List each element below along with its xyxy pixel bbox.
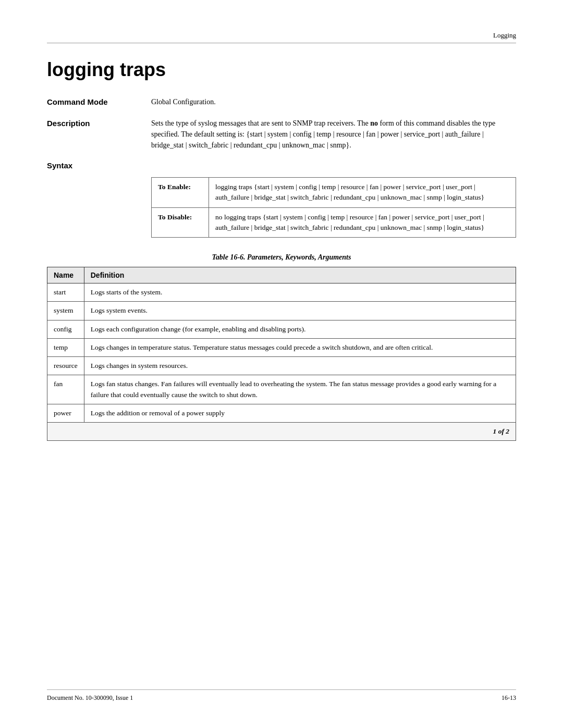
header: Logging <box>47 31 516 43</box>
pagination-row: 1 of 2 <box>47 423 516 441</box>
syntax-section: Syntax To Enable: logging traps {start |… <box>47 161 516 238</box>
param-definition: Logs fan status changes. Fan failures wi… <box>84 375 516 404</box>
enable-value: logging traps {start | system | config |… <box>209 178 516 208</box>
page-title: logging traps <box>47 59 516 81</box>
table-header-row: Name Definition <box>47 267 516 283</box>
param-name: resource <box>47 357 84 375</box>
param-definition: Logs the addition or removal of a power … <box>84 404 516 422</box>
table-row: resourceLogs changes in system resources… <box>47 357 516 375</box>
enable-row: To Enable: logging traps {start | system… <box>152 178 516 208</box>
param-name: start <box>47 283 84 302</box>
description-content: Sets the type of syslog messages that ar… <box>151 118 516 151</box>
disable-label: To Disable: <box>152 207 209 238</box>
syntax-label: Syntax <box>47 161 516 170</box>
param-name: system <box>47 302 84 320</box>
description-section: Description Sets the type of syslog mess… <box>47 118 516 151</box>
table-caption: Table 16-6. Parameters, Keywords, Argume… <box>47 253 516 262</box>
param-name: temp <box>47 338 84 356</box>
param-definition: Logs each configuration change (for exam… <box>84 320 516 338</box>
header-label: Logging <box>493 31 516 40</box>
command-mode-value: Global Configuration. <box>151 96 516 107</box>
footer-left: Document No. 10-300090, Issue 1 <box>47 694 133 702</box>
param-definition: Logs starts of the system. <box>84 283 516 302</box>
param-definition: Logs system events. <box>84 302 516 320</box>
syntax-table: To Enable: logging traps {start | system… <box>151 177 516 238</box>
footer: Document No. 10-300090, Issue 1 16-13 <box>47 689 516 702</box>
table-row: systemLogs system events. <box>47 302 516 320</box>
page: Logging logging traps Command Mode Globa… <box>0 0 563 728</box>
param-name: config <box>47 320 84 338</box>
param-name: fan <box>47 375 84 404</box>
table-row: tempLogs changes in temperature status. … <box>47 338 516 356</box>
table-row: startLogs starts of the system. <box>47 283 516 302</box>
param-definition: Logs changes in system resources. <box>84 357 516 375</box>
table-row: powerLogs the addition or removal of a p… <box>47 404 516 422</box>
disable-row: To Disable: no logging traps {start | sy… <box>152 207 516 238</box>
pagination-label: 1 of 2 <box>47 423 516 441</box>
description-label: Description <box>47 118 151 151</box>
command-mode-section: Command Mode Global Configuration. <box>47 96 516 107</box>
disable-value: no logging traps {start | system | confi… <box>209 207 516 238</box>
param-definition: Logs changes in temperature status. Temp… <box>84 338 516 356</box>
table-row: fanLogs fan status changes. Fan failures… <box>47 375 516 404</box>
command-mode-label: Command Mode <box>47 96 151 107</box>
table-row: configLogs each configuration change (fo… <box>47 320 516 338</box>
enable-label: To Enable: <box>152 178 209 208</box>
col-definition-header: Definition <box>84 267 516 283</box>
param-name: power <box>47 404 84 422</box>
params-table: Name Definition startLogs starts of the … <box>47 267 516 441</box>
footer-right: 16-13 <box>501 694 516 702</box>
col-name-header: Name <box>47 267 84 283</box>
